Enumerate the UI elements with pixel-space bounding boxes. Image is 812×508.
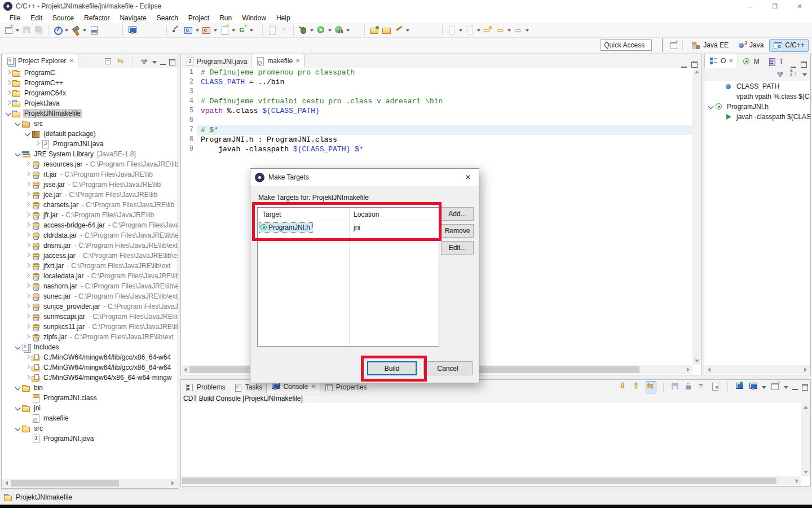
menu-edit[interactable]: Edit — [25, 14, 47, 23]
tree-item[interactable]: ProgramJNI.java — [2, 433, 178, 444]
editor-vscrollbar[interactable] — [692, 68, 701, 365]
menu-help[interactable]: Help — [271, 14, 295, 23]
build-dropdown[interactable] — [82, 24, 87, 37]
expand-arrow-icon[interactable] — [23, 271, 31, 281]
expand-arrow-icon[interactable] — [23, 261, 31, 271]
tree-item[interactable]: C:/MinGW64/mingw64/lib/gcc/x86_64-w64 — [2, 362, 178, 373]
profile-button[interactable] — [333, 24, 345, 37]
expand-arrow-icon[interactable] — [23, 373, 31, 383]
last-edit-location-button[interactable]: ⇦✱ — [482, 24, 494, 37]
menu-file[interactable]: File — [5, 14, 25, 23]
focus-button[interactable] — [775, 69, 785, 80]
close-tab-icon[interactable] — [69, 58, 73, 64]
tab-makefile[interactable]: makefile — [251, 54, 304, 68]
save-console-button[interactable] — [670, 382, 680, 393]
profile-dropdown[interactable] — [345, 24, 351, 37]
tree-item[interactable]: (default package) — [2, 129, 178, 139]
collapse-arrow-icon[interactable] — [14, 150, 21, 158]
expand-arrow-icon[interactable] — [23, 322, 31, 332]
next-annotation-button[interactable] — [445, 24, 458, 37]
tree-item[interactable]: sunec.jar- C:\Program Files\JavaJRE\lib\… — [2, 291, 178, 301]
expand-arrow-icon[interactable] — [23, 363, 31, 373]
new-c-project-button[interactable] — [182, 24, 195, 37]
tree-item[interactable]: C:/MinGW64/mingw64/x86_64-w64-mingw — [2, 373, 178, 383]
close-tab-icon[interactable] — [729, 58, 733, 64]
minimize-view-button[interactable] — [792, 384, 798, 390]
forward-button[interactable]: ⇨ — [512, 24, 524, 37]
open-perspective-button[interactable] — [667, 39, 679, 51]
tree-item[interactable]: ProgramJNI.class — [2, 393, 178, 403]
code-line[interactable]: 6 — [181, 116, 692, 125]
tree-item[interactable]: resources.jar- C:\Program Files\JavaJRE\… — [2, 159, 178, 169]
close-tab-icon[interactable] — [311, 383, 315, 389]
tree-item[interactable]: vpath vpath %.class $(CLASS_PATH) — [704, 91, 810, 102]
menu-refactor[interactable]: Refactor — [79, 14, 114, 23]
expand-arrow-icon[interactable] — [23, 302, 31, 312]
tree-item[interactable]: jni — [2, 403, 178, 413]
perspective-c-cpp[interactable]: C/C++ — [769, 39, 809, 52]
menu-run[interactable]: Run — [214, 14, 237, 23]
code-line[interactable]: 8ProgramJNI.h : ProgramJNI.class — [181, 135, 692, 144]
debug-button[interactable] — [297, 24, 309, 37]
explorer-hscrollbar[interactable] — [2, 479, 177, 488]
code-line[interactable]: 4# Definujeme virtualni cestu pro .class… — [181, 97, 692, 106]
clear-console-button[interactable] — [711, 382, 721, 393]
save-button[interactable] — [20, 24, 33, 37]
new-wizard-button[interactable] — [2, 24, 15, 37]
menu-navigate[interactable]: Navigate — [114, 14, 151, 23]
close-tab-icon[interactable] — [295, 58, 300, 64]
expand-arrow-icon[interactable] — [23, 160, 31, 169]
lock-console-button[interactable] — [684, 382, 694, 393]
tree-item[interactable]: sunjce_provider.jar- C:\Program Files\Ja… — [2, 301, 178, 312]
open-element-button[interactable] — [368, 24, 380, 37]
edit-button[interactable]: Edit... — [441, 241, 474, 255]
new-c-file-dropdown[interactable] — [231, 24, 236, 37]
remove-button[interactable]: Remove — [441, 224, 474, 238]
tree-item[interactable]: ProgramC — [2, 68, 178, 78]
sort-button[interactable]: ↓ — [789, 69, 798, 80]
build-all-dropdown[interactable] — [64, 24, 69, 37]
display-console-button[interactable] — [748, 382, 758, 393]
code-line[interactable]: 7# $* — [181, 125, 692, 135]
collapse-arrow-icon[interactable] — [707, 103, 714, 111]
expand-arrow-icon[interactable] — [23, 180, 31, 190]
tree-item[interactable]: zipfs.jar- C:\Program Files\JavaJRE\lib\… — [2, 332, 178, 342]
tab-make-target[interactable]: M — [738, 55, 764, 68]
expand-arrow-icon[interactable] — [4, 99, 12, 108]
build-button[interactable] — [69, 24, 82, 37]
code-line[interactable]: 9 javah -classpath $(CLASS_PATH) $* — [181, 144, 692, 154]
code-line[interactable]: 2CLASS_PATH = ../bin — [181, 77, 692, 87]
minimize-window-button[interactable]: — — [738, 0, 762, 12]
link-editor-button[interactable] — [117, 56, 126, 68]
console-hscrollbar[interactable] — [182, 476, 801, 485]
open-console-dropdown[interactable] — [784, 386, 788, 389]
tree-item[interactable]: cldrdata.jar- C:\Program Files\JavaJRE\l… — [2, 230, 178, 240]
minimize-view-button[interactable] — [791, 62, 796, 68]
expand-arrow-icon[interactable] — [23, 231, 31, 240]
build-all-button[interactable] — [51, 24, 64, 37]
expand-arrow-icon[interactable] — [4, 68, 12, 78]
menu-search[interactable]: Search — [152, 14, 183, 23]
tree-item[interactable]: JRE System Library[JavaSE-1.8] — [2, 149, 178, 159]
tree-item[interactable]: ProjektJava — [2, 98, 178, 108]
open-console-button[interactable] — [770, 382, 780, 393]
back-dropdown[interactable] — [506, 24, 512, 37]
debug-dropdown[interactable] — [309, 24, 315, 37]
code-line[interactable]: 3 — [181, 87, 692, 97]
scroll-lock-toggle[interactable] — [646, 381, 656, 393]
tree-item[interactable]: javah -classpath $(CLASS_PATH) $* — [704, 112, 810, 122]
scroll-to-top-button[interactable] — [632, 382, 642, 393]
minimize-editor-button[interactable] — [681, 62, 687, 68]
new-make-target-dropdown[interactable] — [249, 24, 254, 37]
tree-item[interactable]: sunmscapi.jar- C:\Program Files\JavaJRE\… — [2, 312, 178, 322]
cancel-button[interactable]: Cancel — [423, 361, 473, 375]
previous-annotation-dropdown[interactable] — [476, 24, 482, 37]
tree-item[interactable]: access-bridge-64.jar- C:\Program Files\J… — [2, 220, 178, 230]
view-menu-button[interactable] — [802, 73, 807, 76]
collapse-arrow-icon[interactable] — [14, 120, 21, 128]
perspective-java-ee[interactable]: Java EE — [688, 40, 732, 51]
dialog-close-button[interactable]: ✕ — [462, 172, 474, 182]
tree-item[interactable]: ProjektJNImakefile — [2, 108, 178, 119]
collapse-arrow-icon[interactable] — [14, 343, 21, 351]
tree-item[interactable]: rt.jar- C:\Program Files\JavaJRE\lib — [2, 169, 178, 179]
